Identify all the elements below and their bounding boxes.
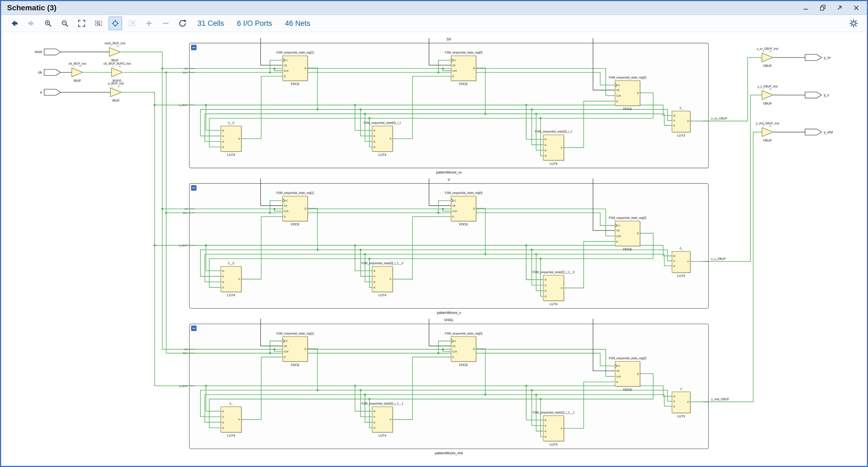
pin-label: C (454, 340, 456, 342)
zoom-in-button[interactable] (41, 17, 55, 30)
buf-obuf[interactable] (762, 53, 773, 62)
schematic-canvas[interactable]: SVpatternMoore_svARCLKa_IBUFCCECLRDQFSM_… (1, 32, 867, 466)
port-label: reset (35, 50, 42, 54)
net-wire[interactable] (120, 52, 162, 349)
buf-obuf[interactable] (762, 91, 773, 100)
pin-label: O (118, 85, 120, 88)
net-junction (360, 109, 362, 111)
cells-link[interactable]: 31 Cells (197, 19, 224, 28)
pin-label: O (239, 418, 240, 421)
pin-label: Q (305, 207, 307, 210)
output-port-y_vhd[interactable] (805, 129, 822, 135)
pin-label: I2 (222, 421, 224, 424)
pin-label: O (770, 125, 771, 127)
schematic-drawing[interactable]: SVpatternMoore_svARCLKa_IBUFCCECLRDQFSM_… (1, 32, 867, 466)
pin-label: O (687, 120, 689, 122)
zoom-fit-button[interactable] (75, 17, 88, 30)
pin-label: CE (284, 345, 287, 348)
pin-label: D (453, 356, 454, 358)
pin-label: CLR (453, 69, 457, 72)
settings-button[interactable] (847, 17, 860, 30)
minimize-button[interactable] (801, 3, 810, 12)
cell-type: FDCE (291, 222, 300, 226)
nets-link[interactable]: 46 Nets (285, 19, 310, 28)
cell-name: /i_ (229, 402, 232, 405)
input-port-a[interactable] (44, 89, 61, 95)
net-wire[interactable] (122, 92, 155, 386)
buf-ibuf[interactable] (72, 68, 83, 77)
pin-label: CE (453, 345, 456, 348)
add-button[interactable] (142, 17, 156, 30)
cell-name: FSM_sequential_state_reg[0] (445, 332, 482, 335)
net-junction (360, 249, 362, 251)
pin-label: CE (453, 204, 456, 207)
cell-type: LUT4 (227, 153, 235, 157)
pin-label: CE (616, 370, 620, 372)
output-port-y_v[interactable] (805, 92, 822, 98)
net-junction (364, 113, 366, 115)
net-junction (165, 212, 167, 214)
pin-label: I (763, 125, 764, 127)
expand-selection-button[interactable] (125, 17, 139, 30)
back-arrow-icon (10, 19, 19, 28)
io-ports-link[interactable]: 6 I/O Ports (237, 19, 272, 28)
input-port-clk[interactable] (44, 69, 61, 75)
remove-button[interactable] (159, 17, 173, 30)
window-controls (801, 3, 861, 12)
net-junction (154, 104, 155, 106)
pin-label: I (763, 88, 764, 90)
pin-label: I1 (545, 284, 547, 287)
buf-obuf[interactable] (762, 127, 773, 137)
zoom-in-icon (43, 19, 53, 28)
net-wire[interactable] (709, 95, 762, 261)
net-junction (205, 385, 207, 387)
cell-type: LUT3 (677, 134, 685, 137)
close-button[interactable] (852, 3, 861, 12)
net-junction (442, 348, 444, 350)
net-junction (205, 244, 207, 246)
net-junction (368, 258, 370, 260)
pin-label: Q (305, 348, 307, 350)
close-icon (852, 4, 860, 12)
float-icon (818, 4, 827, 12)
cell-name: FSM_sequential_state[0]_i_1__1 (361, 402, 403, 405)
net-label: y_v_OBUF (711, 257, 726, 260)
buf-ibuf[interactable] (109, 48, 120, 56)
buf-bufg[interactable] (112, 68, 123, 77)
cell-type: FDCE (623, 107, 632, 111)
net-wire[interactable] (124, 72, 166, 353)
cell-name: FSM_sequential_state_reg[0] (445, 191, 482, 195)
pin-label: I0 (222, 129, 224, 132)
pin-label: I2 (373, 421, 375, 424)
cell-type: LUT4 (378, 434, 386, 437)
pin-label: I0 (673, 395, 675, 398)
refresh-button[interactable] (176, 17, 189, 30)
buf-type: OBUF (763, 139, 772, 142)
net-junction (531, 249, 533, 251)
output-port-y_sv[interactable] (805, 54, 822, 60)
zoom-out-button[interactable] (58, 17, 72, 30)
input-port-reset[interactable] (44, 49, 61, 55)
buf-ibuf[interactable] (111, 88, 122, 97)
autofit-selection-button[interactable] (108, 17, 122, 30)
block-instance-name: patternMoore_sv (436, 171, 462, 174)
forward-button[interactable] (24, 17, 38, 30)
titlebar[interactable]: Schematic (3) (1, 1, 867, 15)
pin-label: CE (453, 64, 456, 67)
cell-name: /i_ (680, 246, 682, 250)
pin-label: I3 (373, 427, 375, 429)
net-wire[interactable] (709, 132, 762, 402)
block-title: VHDL (444, 318, 454, 322)
net-wire[interactable] (709, 58, 762, 121)
pin-label: C (618, 224, 620, 227)
pin-label: D (616, 100, 618, 103)
port-label: clk (38, 70, 42, 75)
buf-type: OBUF (763, 101, 772, 105)
back-button[interactable] (8, 17, 21, 30)
cell-name: FSM_sequential_state[0]_i_1 (364, 121, 401, 124)
pin-label: O (561, 287, 563, 289)
float-button[interactable] (818, 3, 827, 12)
maximize-button[interactable] (835, 3, 844, 12)
zoom-selection-button[interactable] (92, 17, 105, 30)
block-title: V (448, 178, 450, 182)
